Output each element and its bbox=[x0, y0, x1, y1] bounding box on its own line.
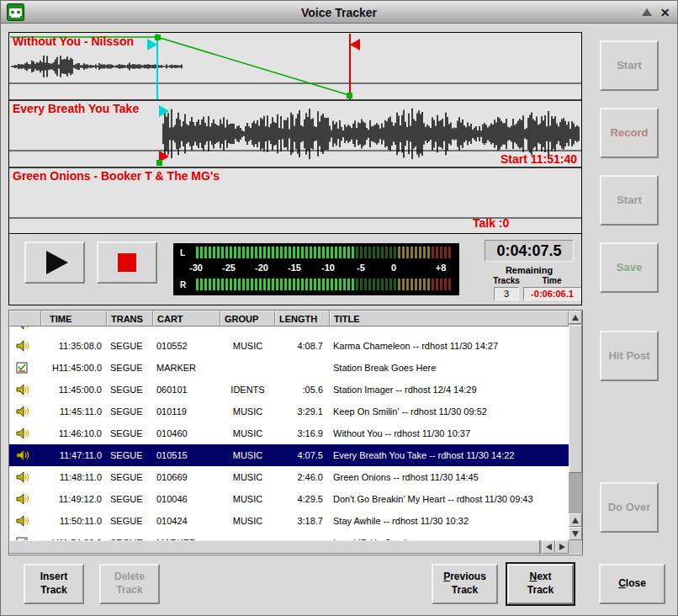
audio-level-meter: L R -30 -25 -20 -15 -10 -5 0 +8 bbox=[173, 243, 459, 295]
window-title: Voice Tracker bbox=[1, 6, 677, 19]
log-row[interactable]: H11:54:30.0 SEGUE MARKER Legal ID Up Com… bbox=[9, 532, 569, 540]
row-group: MUSIC bbox=[220, 444, 275, 466]
log-row[interactable]: 11:46:10.0 SEGUE 010460 MUSIC 3:16.9 Wit… bbox=[9, 422, 569, 444]
speaker-icon bbox=[16, 384, 29, 396]
remaining-time-value: -0:06:06.1 bbox=[523, 287, 581, 300]
row-length: 4:29.5 bbox=[275, 488, 330, 510]
track3-title: Green Onions - Booker T & The MG's bbox=[13, 169, 220, 183]
row-title: Legal ID Up Coming bbox=[330, 532, 569, 540]
row-time: 11:45:11.0 bbox=[41, 401, 107, 422]
stop-button[interactable] bbox=[97, 242, 157, 284]
meter-bar-left bbox=[196, 247, 452, 258]
row-type-icon-cell bbox=[9, 422, 41, 444]
column-header-title[interactable]: TITLE bbox=[330, 311, 569, 327]
log-row[interactable] bbox=[9, 327, 569, 335]
row-cart: 010552 bbox=[153, 335, 220, 357]
row-cart: MARKER bbox=[153, 532, 220, 540]
row-group bbox=[220, 532, 275, 540]
row-trans: SEGUE bbox=[107, 532, 153, 540]
next-track-button[interactable]: Next Track bbox=[507, 564, 574, 604]
log-row[interactable]: 11:50:11.0 SEGUE 010424 MUSIC 3:18.7 Sta… bbox=[9, 510, 569, 532]
row-trans: SEGUE bbox=[107, 379, 153, 401]
remaining-time-label: Time bbox=[528, 276, 575, 285]
track2-title: Every Breath You Take bbox=[13, 102, 139, 115]
row-title: Keep On Smilin' -- rdhost 11/30 09:52 bbox=[330, 401, 569, 422]
column-header-time[interactable]: TIME bbox=[41, 311, 107, 327]
track1-waveform bbox=[12, 56, 182, 77]
previous-track-label-line2: Track bbox=[452, 584, 478, 597]
close-window-button[interactable]: ✕ bbox=[657, 4, 673, 20]
log-row[interactable]: 11:45:00.0 SEGUE 060101 IDENTS :05.6 Sta… bbox=[9, 379, 569, 401]
scroll-right-button[interactable] bbox=[555, 540, 569, 554]
previous-track-button[interactable]: Previous Track bbox=[432, 564, 498, 604]
column-header-icon[interactable] bbox=[9, 311, 41, 327]
log-row[interactable]: 11:45:11.0 SEGUE 010119 MUSIC 3:29.1 Kee… bbox=[9, 401, 569, 422]
waveform-svg bbox=[9, 33, 581, 234]
row-group: MUSIC bbox=[220, 335, 275, 357]
insert-track-label-line2: Track bbox=[40, 584, 66, 597]
scrollbar-corner bbox=[569, 540, 582, 554]
log-row[interactable]: H11:45:00.0 SEGUE MARKER Station Break G… bbox=[9, 357, 569, 379]
row-length: 3:18.7 bbox=[275, 510, 330, 532]
row-type-icon-cell bbox=[9, 532, 41, 540]
play-icon bbox=[46, 251, 68, 274]
vertical-scrollbar[interactable] bbox=[569, 311, 582, 540]
row-type-icon-cell bbox=[9, 335, 41, 357]
speaker-icon bbox=[16, 493, 29, 505]
insert-track-button[interactable]: Insert Track bbox=[24, 564, 84, 604]
remaining-tracks-label: Tracks bbox=[486, 276, 527, 285]
meter-right-label: R bbox=[180, 280, 186, 289]
record-button[interactable]: Record bbox=[600, 108, 659, 158]
row-group: MUSIC bbox=[220, 488, 275, 510]
row-title bbox=[330, 327, 569, 335]
row-length bbox=[275, 357, 330, 379]
log-row[interactable]: 11:49:12.0 SEGUE 010046 MUSIC 4:29.5 Don… bbox=[9, 488, 569, 510]
delete-track-button[interactable]: Delete Track bbox=[99, 564, 160, 604]
log-row[interactable]: 11:47:11.0 SEGUE 010515 MUSIC 4:07.5 Eve… bbox=[9, 444, 569, 466]
row-type-icon-cell bbox=[9, 510, 41, 532]
row-length: 3:29.1 bbox=[275, 401, 330, 422]
save-button[interactable]: Save bbox=[600, 242, 659, 293]
vertical-scroll-thumb[interactable] bbox=[569, 325, 582, 473]
row-time: 11:48:11.0 bbox=[41, 466, 107, 488]
do-over-button[interactable]: Do Over bbox=[600, 482, 659, 533]
row-cart: 010046 bbox=[153, 488, 220, 510]
row-type-icon-cell bbox=[9, 327, 41, 335]
start-track1-button[interactable]: Start bbox=[600, 40, 659, 91]
row-type-icon-cell bbox=[9, 488, 41, 510]
row-cart: 010669 bbox=[153, 466, 220, 488]
scroll-up-button-2[interactable] bbox=[569, 513, 582, 527]
scroll-left-button[interactable] bbox=[542, 540, 555, 554]
row-group: MUSIC bbox=[220, 401, 275, 422]
play-button[interactable] bbox=[24, 242, 85, 284]
row-time: 11:35:08.0 bbox=[41, 335, 107, 357]
row-title: Green Onions -- rdhost 11/30 14:45 bbox=[330, 466, 569, 488]
column-header-cart[interactable]: CART bbox=[153, 311, 220, 327]
meter-scale-label: -25 bbox=[216, 263, 241, 273]
horizontal-scroll-thumb[interactable] bbox=[9, 540, 540, 554]
maximize-button[interactable] bbox=[638, 4, 654, 20]
column-header-group[interactable]: GROUP bbox=[220, 311, 275, 327]
arrow-up-icon bbox=[572, 315, 579, 321]
column-header-length[interactable]: LENGTH bbox=[275, 311, 330, 327]
row-length: 4:08.7 bbox=[275, 335, 330, 357]
row-length bbox=[275, 327, 330, 335]
log-rows: 11:35:08.0 SEGUE 010552 MUSIC 4:08.7 Kar… bbox=[9, 327, 569, 540]
start-track2-button[interactable]: Start bbox=[600, 175, 659, 226]
remaining-label: Remaining bbox=[485, 265, 574, 275]
row-title: Every Breath You Take -- rdhost 11/30 14… bbox=[330, 444, 569, 466]
row-time: 11:45:00.0 bbox=[41, 379, 107, 401]
close-button[interactable]: Close bbox=[599, 564, 665, 604]
row-length bbox=[275, 532, 330, 540]
scroll-up-button[interactable] bbox=[569, 311, 582, 324]
hit-post-button[interactable]: Hit Post bbox=[600, 331, 659, 381]
waveform-area[interactable]: Without You - Nilsson Every Breath You T… bbox=[9, 33, 581, 234]
log-row[interactable]: 11:35:08.0 SEGUE 010552 MUSIC 4:08.7 Kar… bbox=[9, 335, 569, 357]
row-title: Station Imager -- rdhost 12/4 14:29 bbox=[330, 379, 569, 401]
horizontal-scrollbar[interactable] bbox=[9, 540, 569, 554]
row-trans: SEGUE bbox=[107, 357, 153, 379]
log-row[interactable]: 11:48:11.0 SEGUE 010669 MUSIC 2:46.0 Gre… bbox=[9, 466, 569, 488]
scroll-down-button[interactable] bbox=[569, 527, 582, 540]
row-group bbox=[220, 327, 275, 335]
column-header-trans[interactable]: TRANS bbox=[107, 311, 153, 327]
